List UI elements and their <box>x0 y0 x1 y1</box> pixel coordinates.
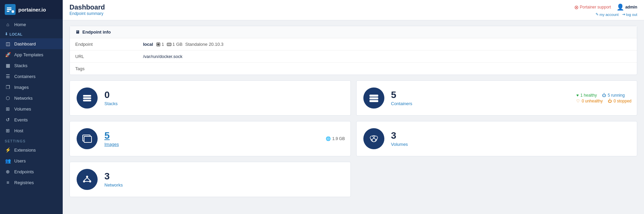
sidebar-item-dashboard[interactable]: ◫ Dashboard <box>0 38 63 49</box>
url-row: URL /var/run/docker.sock <box>70 51 637 63</box>
sidebar-home-label: Home <box>14 22 26 27</box>
svg-rect-1 <box>7 7 12 8</box>
sidebar-dashboard-label: Dashboard <box>14 41 36 46</box>
sidebar-item-images[interactable]: ❐ Images <box>0 82 63 93</box>
cpu-icon: 1 <box>156 42 164 47</box>
images-label: Images <box>104 142 119 147</box>
sidebar-events-label: Events <box>14 117 28 122</box>
sidebar-item-events[interactable]: ↺ Events <box>0 114 63 125</box>
svg-line-26 <box>84 178 87 180</box>
disk-icon: 🌐 <box>326 136 331 141</box>
support-dot-icon: ⊗ <box>574 4 579 11</box>
sidebar-item-app-templates[interactable]: 🚀 App Templates <box>0 49 63 60</box>
dashboard-grid: 0 Stacks 5 Containers <box>69 80 637 197</box>
topbar: Dashboard Endpoint summary ⊗ Portainer s… <box>63 0 644 20</box>
sidebar-item-stacks[interactable]: ▦ Stacks <box>0 60 63 71</box>
portainer-support-link[interactable]: ⊗ Portainer support <box>574 4 611 11</box>
sidebar-item-users[interactable]: 👥 Users <box>0 155 63 166</box>
endpoints-icon: ⊕ <box>5 169 11 174</box>
networks-icon-circle <box>77 169 98 190</box>
containers-icon: ☰ <box>5 74 11 79</box>
containers-stats: ♥ 1 healthy ⏻ 5 running ♡ 0 unhealthy ⏻ … <box>576 93 631 103</box>
stacks-icon: ▦ <box>5 63 11 68</box>
stacks-info: 0 Stacks <box>104 90 118 106</box>
sidebar: portainer.io ⌂ Home ⬇ LOCAL ◫ Dashboard … <box>0 0 63 214</box>
page-subtitle: Endpoint summary <box>69 11 105 16</box>
sidebar-extensions-label: Extensions <box>14 148 36 153</box>
support-label: Portainer support <box>580 5 611 9</box>
sidebar-networks-label: Networks <box>14 96 33 101</box>
svg-point-23 <box>86 176 88 178</box>
endpoint-info-title: Endpoint info <box>82 30 111 35</box>
sidebar-images-label: Images <box>14 85 29 90</box>
healthy-icon: ♥ <box>576 93 579 98</box>
svg-rect-15 <box>369 97 378 99</box>
events-icon: ↺ <box>5 117 11 122</box>
my-account-icon: ✎ <box>596 12 599 17</box>
url-label: URL <box>70 51 138 63</box>
settings-section-label: SETTINGS <box>0 136 63 144</box>
sidebar-item-containers[interactable]: ☰ Containers <box>0 71 63 82</box>
networks-count: 3 <box>104 172 123 181</box>
endpoint-name: local <box>143 42 153 47</box>
running-count: 5 running <box>608 93 625 98</box>
my-account-link[interactable]: ✎ my account <box>596 12 619 17</box>
tags-label: Tags <box>70 63 138 75</box>
images-info: 5 Images <box>104 131 119 147</box>
sidebar-volumes-label: Volumes <box>14 106 31 112</box>
dashboard-icon: ◫ <box>5 41 11 46</box>
users-icon: 👥 <box>5 158 11 163</box>
networks-icon: ⬡ <box>5 95 11 101</box>
registries-icon: ≡ <box>5 180 11 185</box>
sidebar-app-templates-label: App Templates <box>14 52 43 57</box>
endpoint-label: Endpoint <box>70 38 138 51</box>
volumes-label: Volumes <box>391 142 408 147</box>
containers-card[interactable]: 5 Containers ♥ 1 healthy ⏻ 5 running ♡ 0… <box>356 80 638 116</box>
tags-row: Tags <box>70 63 637 75</box>
images-count-link[interactable]: 5 <box>104 130 110 141</box>
sidebar-item-host[interactable]: ⊞ Host <box>0 125 63 136</box>
healthy-count: 1 healthy <box>580 93 597 98</box>
sidebar-containers-label: Containers <box>14 74 36 79</box>
sidebar-item-volumes[interactable]: ⊞ Volumes <box>0 103 63 114</box>
stacks-card[interactable]: 0 Stacks <box>69 80 351 116</box>
host-icon: ⊞ <box>5 128 11 133</box>
sidebar-registries-label: Registries <box>14 180 34 185</box>
images-count: 5 <box>104 131 119 140</box>
svg-point-4 <box>12 10 14 13</box>
volumes-count: 3 <box>391 131 408 140</box>
admin-section: 👤 admin <box>617 3 637 11</box>
sidebar-item-networks[interactable]: ⬡ Networks <box>0 93 63 103</box>
home-icon: ⌂ <box>5 22 11 27</box>
networks-card[interactable]: 3 Networks <box>69 162 351 197</box>
svg-point-25 <box>89 180 91 182</box>
images-card[interactable]: 5 Images 🌐 1.9 GB <box>69 121 351 156</box>
sidebar-item-extensions[interactable]: ⚡ Extensions <box>0 144 63 155</box>
main-content: Dashboard Endpoint summary ⊗ Portainer s… <box>63 0 644 214</box>
endpoint-info-table: Endpoint local 1 1 GB <box>70 38 637 75</box>
networks-info: 3 Networks <box>104 172 123 188</box>
sidebar-item-registries[interactable]: ≡ Registries <box>0 177 63 188</box>
sidebar-item-endpoints[interactable]: ⊕ Endpoints <box>0 166 63 177</box>
endpoint-info-icon: 🖥 <box>75 30 80 35</box>
svg-rect-2 <box>7 9 12 10</box>
images-size: 1.9 GB <box>332 136 345 141</box>
containers-count: 5 <box>391 90 412 100</box>
endpoint-type: Standalone 20.10.3 <box>185 42 223 47</box>
volumes-card[interactable]: 3 Volumes <box>356 121 638 156</box>
stopped-icon: ⏻ <box>608 99 612 103</box>
log-out-link[interactable]: ⇥ log out <box>622 12 637 17</box>
healthy-stat: ♥ 1 healthy ⏻ 5 running <box>576 93 631 98</box>
containers-label: Containers <box>391 101 412 106</box>
content-area: 🖥 Endpoint info Endpoint local 1 <box>63 20 644 214</box>
networks-label: Networks <box>104 182 123 188</box>
stacks-count: 0 <box>104 90 118 100</box>
admin-label: admin <box>625 5 637 9</box>
sidebar-item-home[interactable]: ⌂ Home <box>0 19 63 30</box>
svg-point-22 <box>372 138 376 142</box>
svg-line-27 <box>87 178 90 180</box>
sidebar-logo[interactable]: portainer.io <box>0 0 63 19</box>
sidebar-stacks-label: Stacks <box>14 63 27 68</box>
unhealthy-stat: ♡ 0 unhealthy ⏻ 0 stopped <box>576 99 631 103</box>
containers-icon-circle <box>363 87 384 109</box>
